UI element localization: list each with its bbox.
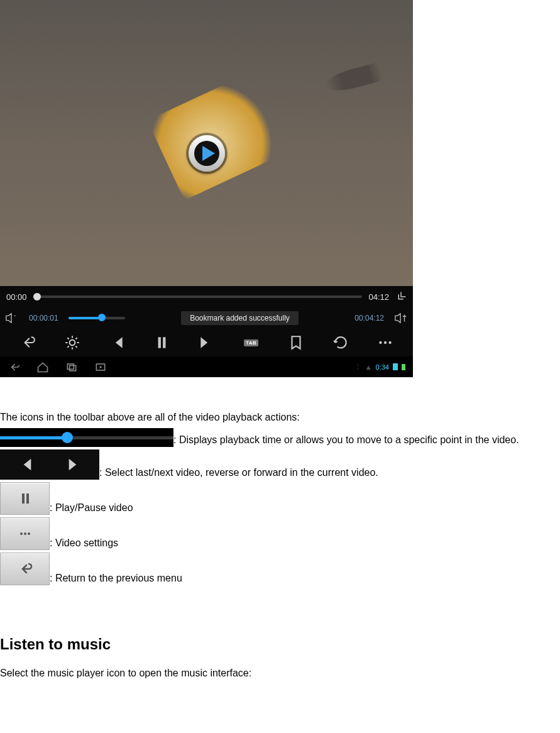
return-button-image xyxy=(0,553,50,585)
pause-description: : Play/Pause video xyxy=(50,500,133,515)
repeat-icon[interactable] xyxy=(332,334,349,351)
svg-rect-2 xyxy=(163,337,165,348)
prevnext-row: : Select last/next video, reverse or for… xyxy=(0,449,560,480)
music-intro-paragraph: Select the music player icon to open the… xyxy=(0,666,560,680)
svg-point-5 xyxy=(389,341,392,344)
progress-thumb[interactable] xyxy=(33,293,41,300)
intro-paragraph: The icons in the toolbar above are all o… xyxy=(0,410,560,424)
progress-bar-row: 00:00 04:12 xyxy=(0,286,413,307)
pause-icon[interactable] xyxy=(153,334,170,351)
return-arrow-icon xyxy=(18,561,33,576)
music-heading: Listen to music xyxy=(0,636,560,653)
document-body: The icons in the toolbar above are all o… xyxy=(0,377,560,680)
return-icon[interactable] xyxy=(19,334,36,351)
home-nav-icon[interactable] xyxy=(36,361,49,373)
settings-button-image xyxy=(0,517,50,550)
recent-nav-icon[interactable] xyxy=(65,361,78,373)
statusbar-right: ⋮ ▲ 0:34 xyxy=(354,363,405,371)
slider-description: : Displays playback time or allows you t… xyxy=(173,433,519,447)
progress-track[interactable] xyxy=(33,295,363,298)
battery-icon xyxy=(402,364,405,370)
control-bar-2: TAB xyxy=(0,329,413,356)
settings-description: : Video settings xyxy=(50,536,118,550)
wifi-icon: ▲ xyxy=(365,363,372,371)
screenshot-nav-icon[interactable] xyxy=(94,361,107,373)
volume-seekbar[interactable] xyxy=(69,317,125,319)
video-frame xyxy=(0,0,413,286)
total-time: 04:12 xyxy=(368,292,389,302)
settings-row: : Video settings xyxy=(0,517,560,550)
clock-text: 0:34 xyxy=(376,363,389,371)
playback-slider-image xyxy=(0,428,173,447)
status-dot-icon: ⋮ xyxy=(354,363,361,371)
svg-point-0 xyxy=(69,340,75,346)
airplane-graphic xyxy=(324,62,383,95)
back-nav-icon[interactable] xyxy=(8,361,20,373)
svg-point-3 xyxy=(380,341,382,344)
banner-graphic xyxy=(147,70,292,200)
control-bar-1: 00:00:01 Bookmark added successfully 00:… xyxy=(0,307,413,329)
more-icon[interactable] xyxy=(377,334,393,351)
video-player-screenshot: 00:00 04:12 00:00:01 Bookmark added succ… xyxy=(0,0,413,377)
bookmark-icon[interactable] xyxy=(288,334,304,351)
pause-button-image xyxy=(0,482,50,515)
svg-point-12 xyxy=(20,532,23,535)
prevnext-description: : Select last/next video, reverse or for… xyxy=(99,465,378,480)
expand-icon[interactable] xyxy=(395,291,407,302)
prev-next-image xyxy=(0,449,99,480)
svg-rect-1 xyxy=(158,337,161,348)
svg-rect-11 xyxy=(26,493,29,504)
brightness-icon[interactable] xyxy=(64,334,80,351)
svg-rect-10 xyxy=(22,493,25,504)
toast-message: Bookmark added successfully xyxy=(181,311,299,325)
seekbar-fill xyxy=(69,317,100,319)
pause-row: : Play/Pause video xyxy=(0,482,560,515)
next-icon[interactable] xyxy=(198,334,214,351)
svg-point-14 xyxy=(28,532,30,535)
total-playback-time: 00:04:12 xyxy=(354,314,384,322)
svg-rect-6 xyxy=(67,364,74,369)
svg-rect-7 xyxy=(70,365,76,370)
previous-icon[interactable] xyxy=(109,334,125,351)
android-navbar: ⋮ ▲ 0:34 xyxy=(0,356,413,377)
svg-point-13 xyxy=(24,532,26,535)
prev-track-icon xyxy=(13,456,38,473)
volume-up-icon[interactable] xyxy=(394,313,408,323)
slider-row: : Displays playback time or allows you t… xyxy=(0,428,560,447)
signal-icon xyxy=(393,363,398,370)
tab-icon[interactable]: TAB xyxy=(243,334,260,351)
play-button-inner xyxy=(194,141,219,166)
seekbar-knob[interactable] xyxy=(98,314,106,321)
return-description: : Return to the previous menu xyxy=(50,571,182,585)
play-button[interactable] xyxy=(189,135,225,172)
more-horizontal-icon xyxy=(18,526,33,541)
svg-point-4 xyxy=(384,341,387,344)
current-playback-time: 00:00:01 xyxy=(29,314,58,322)
elapsed-time: 00:00 xyxy=(6,292,27,302)
return-row: : Return to the previous menu xyxy=(0,553,560,585)
pause-icon xyxy=(18,491,33,506)
volume-down-icon[interactable] xyxy=(5,313,19,323)
next-track-icon xyxy=(62,456,87,473)
svg-point-9 xyxy=(99,366,101,368)
play-icon xyxy=(202,146,215,161)
